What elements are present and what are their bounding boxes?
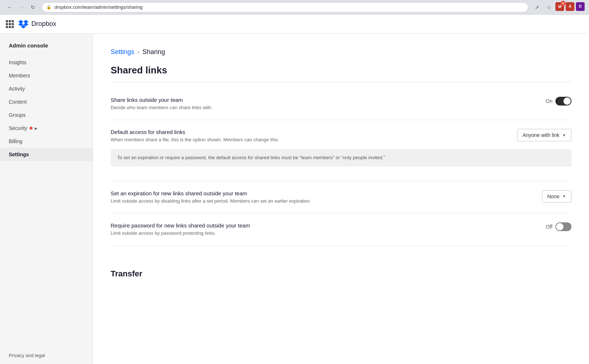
setting-label-expiration: Set an expiration for new links shared o… — [111, 190, 374, 196]
sidebar-nav: Insights Members Activity Content Groups… — [0, 56, 93, 347]
dropbox-logo[interactable]: Dropbox — [18, 19, 56, 29]
sidebar-footer: Privacy and legal — [0, 347, 93, 364]
setting-desc-default-access: When members share a file, this is the o… — [111, 137, 374, 143]
sidebar-item-members[interactable]: Members — [0, 69, 93, 82]
setting-desc-expiration: Limit outside access by disabling links … — [111, 198, 374, 204]
setting-label-share-links: Share links outside your team — [111, 97, 374, 103]
topbar: Dropbox — [0, 15, 589, 34]
toggle-wrap-share-links: On — [546, 97, 571, 106]
dropdown-expiration[interactable]: None ▼ — [542, 190, 571, 203]
toggle-knob-password — [556, 223, 563, 230]
setting-row-default-access: Default access for shared links When mem… — [111, 120, 571, 181]
security-chevron-icon: ▶ — [35, 126, 38, 130]
browser-chrome: ← → ↻ 🔒 dropbox.com/team/admin/settings/… — [0, 0, 589, 15]
dropdown-value-expiration: None — [547, 194, 559, 199]
setting-desc-share-links: Decide who team members can share links … — [111, 104, 374, 111]
setting-row-expiration: Set an expiration for new links shared o… — [111, 181, 571, 214]
setting-info-default-access: Default access for shared links When mem… — [111, 129, 374, 143]
lock-icon: 🔒 — [46, 5, 51, 9]
section-divider-top — [111, 82, 571, 82]
toggle-knob-share-links — [563, 97, 571, 105]
info-box-default-access: To set an expiration or require a passwo… — [111, 149, 571, 166]
toggle-label-password: Off — [546, 224, 552, 230]
setting-label-password: Require password for new links shared ou… — [111, 222, 374, 229]
extension-red[interactable]: M 6 — [555, 2, 564, 11]
breadcrumb-separator: › — [137, 48, 139, 56]
app-grid-icon[interactable] — [6, 20, 14, 28]
breadcrumb: Settings › Sharing — [111, 48, 571, 56]
page-title: Shared links — [111, 65, 571, 76]
toggle-share-links[interactable] — [555, 97, 571, 106]
setting-control-expiration: None ▼ — [542, 190, 571, 203]
setting-label-default-access: Default access for shared links — [111, 129, 374, 135]
setting-control-password: Off — [546, 222, 571, 231]
dropdown-default-access[interactable]: Anyone with link ▼ — [517, 129, 571, 141]
breadcrumb-current: Sharing — [142, 48, 165, 56]
setting-control-default-access: Anyone with link ▼ — [517, 129, 571, 141]
transfer-section: Transfer — [111, 246, 571, 279]
forward-button[interactable]: → — [16, 2, 26, 12]
sidebar-item-billing[interactable]: Billing — [0, 135, 93, 148]
breadcrumb-parent[interactable]: Settings — [111, 48, 134, 56]
sidebar-item-insights[interactable]: Insights — [0, 56, 93, 69]
dropdown-chevron-default-access: ▼ — [562, 133, 566, 137]
setting-row-password: Require password for new links shared ou… — [111, 214, 571, 246]
browser-actions: ➚ ☆ M 6 A D — [532, 2, 585, 12]
sidebar-item-groups[interactable]: Groups — [0, 108, 93, 122]
reload-button[interactable]: ↻ — [28, 2, 38, 12]
back-button[interactable]: ← — [4, 2, 15, 12]
extension-pdf[interactable]: A — [566, 2, 574, 11]
security-notification-dot — [30, 127, 32, 130]
dropdown-value-default-access: Anyone with link — [523, 132, 559, 138]
privacy-legal-link[interactable]: Privacy and legal — [9, 353, 84, 358]
app-container: Admin console Insights Members Activity … — [0, 34, 589, 364]
setting-info-expiration: Set an expiration for new links shared o… — [111, 190, 374, 204]
topbar-app-name: Dropbox — [31, 20, 56, 28]
setting-info-password: Require password for new links shared ou… — [111, 222, 374, 237]
sidebar: Admin console Insights Members Activity … — [0, 34, 93, 364]
address-bar[interactable]: 🔒 dropbox.com/team/admin/settings/sharin… — [42, 2, 528, 12]
toggle-wrap-password: Off — [546, 222, 571, 231]
url-text: dropbox.com/team/admin/settings/sharing — [54, 4, 142, 10]
main-content: Settings › Sharing Shared links Share li… — [93, 34, 589, 364]
transfer-title: Transfer — [111, 269, 571, 279]
sidebar-item-security[interactable]: Security ▶ — [0, 122, 93, 135]
setting-row-share-links: Share links outside your team Decide who… — [111, 88, 571, 120]
dropdown-chevron-expiration: ▼ — [562, 194, 566, 198]
extension-purple[interactable]: D — [576, 2, 585, 11]
setting-control-share-links: On — [546, 97, 571, 106]
setting-info-share-links: Share links outside your team Decide who… — [111, 97, 374, 111]
share-button[interactable]: ➚ — [532, 2, 542, 12]
bookmark-button[interactable]: ☆ — [544, 2, 554, 12]
sidebar-item-activity[interactable]: Activity — [0, 82, 93, 95]
toggle-label-share-links: On — [546, 98, 552, 104]
dropbox-icon-svg — [18, 19, 28, 29]
toggle-password[interactable] — [555, 222, 571, 231]
sidebar-item-content[interactable]: Content — [0, 95, 93, 108]
sidebar-item-settings[interactable]: Settings — [0, 148, 93, 161]
sidebar-title: Admin console — [0, 39, 93, 56]
nav-buttons: ← → ↻ — [4, 2, 38, 12]
setting-desc-password: Limit outside access by password protect… — [111, 230, 374, 237]
